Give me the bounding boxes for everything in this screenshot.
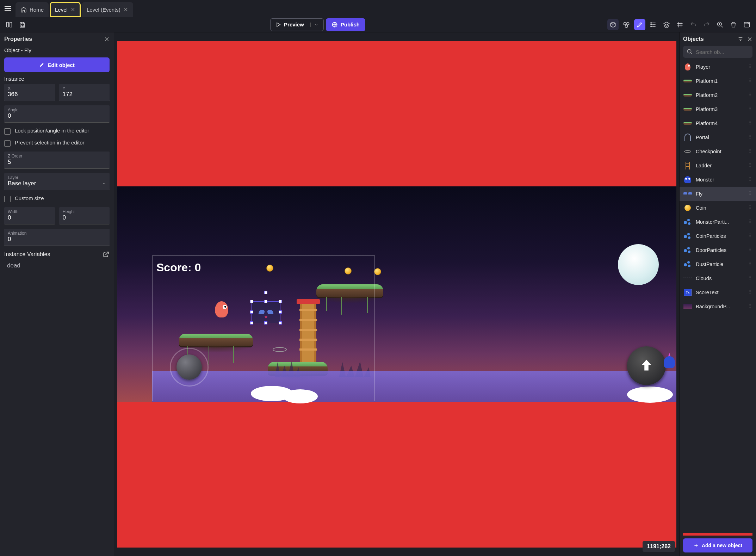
tab-level[interactable]: Level bbox=[50, 2, 80, 17]
object-item-dustparticle[interactable]: DustParticle bbox=[680, 257, 756, 271]
zorder-field[interactable]: Z Order bbox=[4, 152, 110, 169]
object-item-monster[interactable]: Monster bbox=[680, 173, 756, 187]
joystick[interactable] bbox=[170, 348, 209, 387]
object-item-portal[interactable]: Portal bbox=[680, 130, 756, 144]
object-name: Portal bbox=[696, 135, 744, 140]
publish-button[interactable]: Publish bbox=[326, 18, 365, 31]
open-external-icon[interactable] bbox=[103, 251, 110, 258]
angle-input[interactable] bbox=[8, 112, 106, 119]
object-item-platform2[interactable]: Platform2 bbox=[680, 88, 756, 102]
add-object-button[interactable]: Add a new object bbox=[683, 538, 752, 552]
angle-field[interactable]: Angle bbox=[4, 105, 110, 123]
width-field[interactable]: Width bbox=[4, 207, 55, 224]
fly-selection[interactable] bbox=[252, 301, 280, 323]
close-icon[interactable] bbox=[70, 7, 75, 12]
search-objects[interactable] bbox=[683, 46, 752, 58]
platform[interactable] bbox=[179, 334, 253, 346]
x-field[interactable]: X bbox=[4, 84, 55, 101]
object-menu-button[interactable] bbox=[748, 177, 752, 183]
scene-canvas[interactable]: Score: 0 bbox=[114, 32, 679, 556]
animation-field[interactable]: Animation bbox=[4, 229, 110, 246]
coin[interactable] bbox=[374, 268, 381, 275]
panels-toggle-button[interactable] bbox=[4, 19, 15, 30]
close-icon[interactable] bbox=[123, 7, 128, 12]
layers-icon[interactable] bbox=[661, 19, 672, 30]
object-menu-button[interactable] bbox=[748, 78, 752, 84]
monster[interactable] bbox=[664, 356, 675, 368]
list-icon[interactable] bbox=[647, 19, 659, 30]
prevent-selection-checkbox[interactable] bbox=[4, 140, 11, 147]
preview-button[interactable]: Preview bbox=[270, 18, 324, 31]
object-menu-button[interactable] bbox=[748, 275, 752, 282]
filter-icon[interactable] bbox=[738, 36, 743, 42]
object-menu-button[interactable] bbox=[748, 219, 752, 225]
undo-icon[interactable] bbox=[688, 19, 699, 30]
preview-dropdown[interactable] bbox=[310, 23, 318, 27]
object-item-coin[interactable]: Coin bbox=[680, 201, 756, 215]
redo-icon[interactable] bbox=[701, 19, 712, 30]
objects-icon[interactable] bbox=[621, 19, 632, 30]
save-button[interactable] bbox=[17, 19, 28, 30]
close-icon[interactable] bbox=[104, 36, 110, 42]
object-item-platform3[interactable]: Platform3 bbox=[680, 102, 756, 116]
object-item-monsterparti-[interactable]: MonsterParti... bbox=[680, 215, 756, 229]
x-input[interactable] bbox=[8, 91, 51, 98]
search-input[interactable] bbox=[696, 49, 749, 55]
close-icon[interactable] bbox=[747, 36, 752, 42]
object-item-ladder[interactable]: Ladder bbox=[680, 159, 756, 173]
object-menu-button[interactable] bbox=[748, 205, 752, 211]
object-menu-button[interactable] bbox=[748, 303, 752, 310]
object-item-player[interactable]: Player bbox=[680, 60, 756, 74]
object-menu-button[interactable] bbox=[748, 106, 752, 112]
zorder-input[interactable] bbox=[8, 159, 106, 166]
object-item-backgroundp-[interactable]: BackgroundP... bbox=[680, 299, 756, 314]
object-menu-button[interactable] bbox=[748, 233, 752, 239]
height-field[interactable]: Height bbox=[59, 207, 110, 224]
height-input[interactable] bbox=[63, 214, 106, 221]
object-menu-button[interactable] bbox=[748, 92, 752, 98]
custom-size-checkbox[interactable] bbox=[4, 196, 11, 202]
layer-field[interactable]: Layer Base layer bbox=[4, 173, 110, 190]
object-item-doorparticles[interactable]: DoorParticles bbox=[680, 243, 756, 257]
object-item-fly[interactable]: Fly bbox=[680, 187, 756, 201]
menu-button[interactable] bbox=[0, 5, 16, 12]
animation-input[interactable] bbox=[8, 236, 106, 243]
y-input[interactable] bbox=[63, 91, 106, 98]
platform[interactable] bbox=[316, 284, 383, 297]
object-menu-button[interactable] bbox=[748, 191, 752, 197]
object-item-scoretext[interactable]: Tx ScoreText bbox=[680, 285, 756, 299]
object-item-checkpoint[interactable]: Checkpoint bbox=[680, 144, 756, 159]
instance-variable-dead[interactable]: dead bbox=[4, 260, 110, 271]
object-menu-button[interactable] bbox=[748, 148, 752, 155]
object-menu-button[interactable] bbox=[748, 261, 752, 267]
object-menu-button[interactable] bbox=[748, 134, 752, 141]
checkpoint[interactable] bbox=[273, 347, 287, 352]
object-item-platform4[interactable]: Platform4 bbox=[680, 116, 756, 130]
edit-object-button[interactable]: Edit object bbox=[4, 57, 110, 72]
lock-position-checkbox[interactable] bbox=[4, 128, 11, 135]
vine bbox=[326, 297, 327, 311]
tab-home[interactable]: Home bbox=[16, 2, 49, 17]
jump-button[interactable] bbox=[627, 346, 666, 385]
y-field[interactable]: Y bbox=[59, 84, 110, 101]
grid-icon[interactable] bbox=[674, 19, 686, 30]
zoom-in-icon[interactable] bbox=[714, 19, 726, 30]
tab-level-events[interactable]: Level (Events) bbox=[82, 2, 133, 17]
object-menu-button[interactable] bbox=[748, 162, 752, 169]
object-menu-button[interactable] bbox=[748, 120, 752, 126]
object-item-platform1[interactable]: Platform1 bbox=[680, 74, 756, 88]
object-item-clouds[interactable]: Clouds bbox=[680, 271, 756, 285]
width-input[interactable] bbox=[8, 214, 51, 221]
player[interactable] bbox=[215, 301, 228, 317]
cube-icon[interactable] bbox=[607, 19, 619, 30]
object-item-coinparticles[interactable]: CoinParticles bbox=[680, 229, 756, 243]
settings-panel-icon[interactable] bbox=[741, 19, 752, 30]
coin[interactable] bbox=[345, 267, 352, 274]
coin[interactable] bbox=[266, 265, 273, 272]
ladder[interactable] bbox=[300, 304, 316, 362]
object-menu-button[interactable] bbox=[748, 247, 752, 253]
object-menu-button[interactable] bbox=[748, 64, 752, 70]
trash-icon[interactable] bbox=[728, 19, 739, 30]
object-menu-button[interactable] bbox=[748, 289, 752, 296]
edit-mode-icon[interactable] bbox=[634, 19, 645, 30]
